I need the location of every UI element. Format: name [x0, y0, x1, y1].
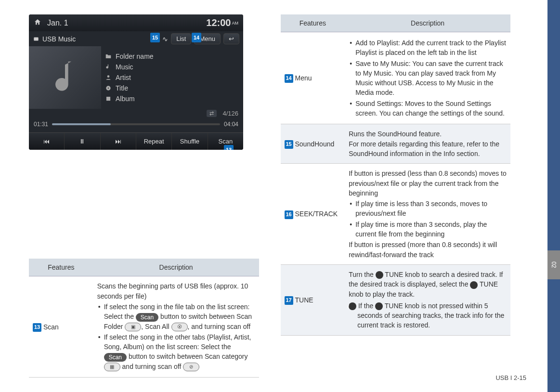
scan-all-icon: ⦿ — [171, 323, 188, 331]
side-tab-bar: 02 — [547, 0, 560, 392]
seek-line-2: If button is pressed (more than 0.8 seco… — [349, 240, 507, 260]
svg-point-1 — [107, 75, 110, 78]
page-footer: USB I 2-15 — [495, 374, 526, 381]
soundhound-icon: ∿ — [162, 35, 168, 43]
home-icon — [34, 18, 41, 28]
callout-15: 15 — [150, 33, 160, 42]
menu-bullet-1: Add to Playlist: Add the current track t… — [349, 38, 507, 58]
scan-feature-label: Scan — [43, 323, 59, 331]
pause-button: ⏸ — [65, 133, 100, 150]
page-content: Jan. 1 12:00 AM USB Music ∿ List Menu ↩ — [0, 0, 530, 392]
badge-14: 14 — [285, 74, 293, 83]
callout-14: 14 — [192, 33, 201, 42]
menu-bullet-2: Save to My Music: You can save the curre… — [349, 59, 507, 98]
seek-feature-label: SEEK/TRACK — [295, 210, 338, 218]
soundhound-feature-label: SoundHound — [295, 140, 335, 148]
callout-13: 13 — [224, 145, 234, 150]
note-icon — [51, 58, 79, 97]
tune-knob-icon-1 — [376, 271, 383, 279]
prev-button: ⏮ — [29, 133, 65, 150]
soundhound-feature-cell: 15SoundHound — [281, 124, 345, 164]
album-art — [29, 46, 101, 109]
scan-pill-1: Scan — [136, 313, 158, 322]
right-features-table: Features Description 14Menu Add to Playl… — [281, 14, 511, 336]
right-th-features: Features — [281, 14, 345, 32]
next-button: ⏭ — [101, 133, 136, 150]
tune-feature-label: TUNE — [295, 296, 313, 304]
left-th-description: Description — [93, 259, 259, 276]
menu-feature-cell: 14Menu — [281, 32, 345, 124]
shuffle-button: Shuffle — [172, 133, 208, 150]
artist-icon — [105, 74, 112, 81]
now-playing-body: Folder name Music Artist Title Album — [29, 46, 243, 109]
tune-knob-icon-2 — [470, 281, 478, 289]
clock-label: 12:00 — [206, 17, 231, 28]
scan-desc-cell: Scans the beginning parts of USB files (… — [93, 276, 259, 378]
progress-bar — [52, 123, 220, 125]
date-label: Jan. 1 — [47, 19, 68, 27]
info-icon: i — [349, 302, 356, 310]
album-icon — [105, 95, 112, 102]
playback-controls: ⏮ ⏸ ⏭ Repeat Shuffle Scan — [29, 132, 243, 150]
scan-feature-cell: 13Scan — [29, 276, 93, 378]
progress-row: 01:31 04:04 — [29, 118, 243, 132]
scan-intro: Scans the beginning parts of USB files (… — [97, 281, 255, 301]
scan-off-icon: ⊘ — [183, 363, 199, 371]
svg-point-3 — [108, 88, 109, 89]
shuffle-icon: ⇄ — [207, 110, 217, 117]
tune-line-2: i If the TUNE knob is not pressed within… — [349, 301, 507, 330]
list-button: List — [171, 33, 191, 44]
sh-line-2: For more details regarding this feature,… — [349, 139, 507, 159]
tune-desc-cell: Turn the TUNE knob to search a desired t… — [345, 264, 510, 335]
seek-feature-cell: 16SEEK/TRACK — [281, 164, 345, 265]
scan-bullet-2: If select the song in the other tabs (Pl… — [97, 332, 255, 371]
svg-rect-0 — [34, 37, 38, 40]
right-th-description: Description — [345, 14, 510, 32]
ampm-label: AM — [232, 21, 239, 26]
left-features-table: Features Description 13Scan Scans the be… — [29, 259, 259, 378]
usb-icon — [33, 36, 39, 42]
badge-16: 16 — [285, 210, 293, 219]
menu-feature-label: Menu — [295, 74, 312, 82]
seek-bullet-2: If play time is more than 3 seconds, pla… — [349, 220, 507, 239]
artist-label: Artist — [116, 74, 131, 81]
badge-15: 15 — [285, 140, 293, 149]
tune-knob-icon-3 — [375, 302, 383, 310]
scan-pill-2: Scan — [104, 353, 127, 362]
seek-desc-cell: If button is pressed (less than 0.8 seco… — [345, 164, 510, 265]
track-index-row: ⇄ 4/126 — [29, 109, 243, 118]
svg-rect-4 — [106, 97, 110, 101]
screen-title: USB Music — [33, 35, 159, 43]
scan-folder-icon: ▣ — [125, 323, 141, 331]
title-icon — [105, 85, 112, 91]
music-icon — [105, 64, 112, 70]
usb-music-screenshot: Jan. 1 12:00 AM USB Music ∿ List Menu ↩ — [29, 14, 243, 150]
tune-line-1: Turn the TUNE knob to search a desired t… — [349, 270, 507, 299]
folder-label: Folder name — [116, 52, 154, 60]
repeat-button: Repeat — [136, 133, 172, 150]
right-column: Features Description 14Menu Add to Playl… — [281, 14, 511, 378]
seek-line-1: If button is pressed (less than 0.8 seco… — [349, 169, 507, 198]
music-label: Music — [116, 63, 133, 71]
chapter-tab: 02 — [547, 250, 560, 279]
menu-desc-cell: Add to Playlist: Add the current track t… — [345, 32, 510, 124]
track-count: 4/126 — [222, 110, 238, 117]
track-metadata: Folder name Music Artist Title Album — [101, 46, 243, 109]
folder-icon — [105, 53, 112, 60]
soundhound-desc-cell: Runs the SoundHound feature. For more de… — [345, 124, 510, 164]
album-label: Album — [116, 95, 135, 103]
badge-13: 13 — [33, 323, 41, 332]
tune-feature-cell: 17TUNE — [281, 264, 345, 335]
status-bar: Jan. 1 12:00 AM — [29, 14, 243, 31]
scan-category-icon: ▦ — [104, 363, 120, 371]
time-elapsed: 01:31 — [34, 121, 48, 128]
screen-header: USB Music ∿ List Menu ↩ — [29, 31, 243, 46]
left-column: Jan. 1 12:00 AM USB Music ∿ List Menu ↩ — [29, 14, 259, 378]
seek-bullet-1: If play time is less than 3 seconds, mov… — [349, 199, 507, 219]
menu-bullet-3: Sound Settings: Moves to the Sound Setti… — [349, 99, 507, 118]
time-total: 04:04 — [224, 121, 238, 128]
left-th-features: Features — [29, 259, 93, 276]
title-label: Title — [116, 84, 128, 92]
scan-bullet-1: If select the song in the file tab on th… — [97, 302, 255, 331]
back-button: ↩ — [223, 33, 239, 44]
